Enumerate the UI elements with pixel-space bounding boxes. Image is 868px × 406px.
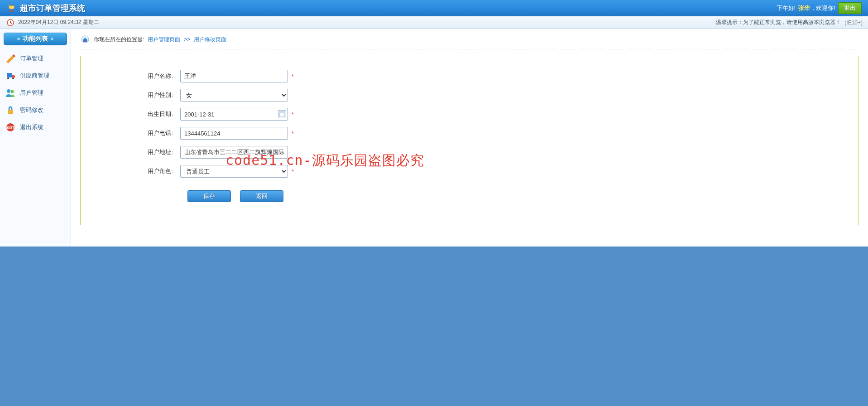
svg-point-3 (7, 77, 9, 79)
sidebar-item-label: 供应商管理 (20, 72, 49, 80)
svg-point-6 (11, 90, 14, 93)
svg-point-0 (9, 10, 11, 12)
breadcrumb: 你现在所在的位置是: 用户管理页面 >> 用户修改页面 (80, 33, 859, 49)
birthdate-input[interactable] (180, 108, 288, 121)
ie-note: (IE10+) (844, 19, 863, 26)
users-icon (5, 88, 15, 98)
label-username: 用户名称: (90, 72, 180, 80)
sidebar-item-orders[interactable]: 订单管理 (4, 50, 67, 67)
label-birth: 出生日期: (90, 110, 180, 118)
sidebar-item-label: 用户管理 (20, 89, 43, 97)
footer-area (0, 246, 868, 406)
datetime-text: 2022年04月12日 09:24:32 星期二 (18, 19, 99, 26)
svg-rect-13 (279, 112, 285, 113)
sidebar-item-label: 密码修改 (20, 106, 43, 114)
username-text: 张华 (798, 4, 810, 12)
label-phone: 用户电话: (90, 129, 180, 137)
phone-input[interactable] (180, 127, 288, 140)
home-icon (80, 34, 90, 44)
welcome-text: , 欢迎你! (813, 4, 835, 12)
svg-text:EXIT: EXIT (6, 126, 14, 130)
exit-icon: EXIT (5, 122, 15, 132)
sidebar-item-label: 退出系统 (20, 123, 43, 131)
calendar-icon[interactable] (278, 110, 286, 118)
clock-icon (5, 18, 15, 28)
breadcrumb-link-2[interactable]: 用户修改页面 (194, 36, 226, 44)
gender-select[interactable]: 女 (180, 89, 288, 102)
label-address: 用户地址: (90, 148, 180, 156)
order-icon (5, 53, 15, 63)
breadcrumb-link-1[interactable]: 用户管理页面 (148, 36, 180, 44)
username-input[interactable] (180, 70, 288, 82)
svg-rect-11 (85, 40, 86, 42)
logout-button[interactable]: 退出 (838, 2, 862, 14)
required-mark: * (292, 130, 294, 137)
greeting-text: 下午好! (777, 4, 796, 12)
svg-rect-7 (8, 110, 13, 114)
app-title: 超市订单管理系统 (20, 3, 85, 14)
sidebar-item-label: 订单管理 (20, 54, 43, 63)
sidebar-item-suppliers[interactable]: 供应商管理 (4, 67, 67, 84)
required-mark: * (292, 111, 294, 118)
label-role: 用户角色: (90, 167, 180, 175)
cart-icon (6, 3, 16, 13)
label-gender: 用户性别: (90, 91, 180, 99)
breadcrumb-prefix: 你现在所在的位置是: (94, 36, 144, 44)
svg-point-5 (7, 89, 10, 93)
svg-point-4 (12, 77, 14, 79)
role-select[interactable]: 普通员工 (180, 165, 288, 178)
required-mark: * (292, 168, 294, 175)
save-button[interactable]: 保存 (187, 190, 231, 202)
sidebar-item-exit[interactable]: EXIT 退出系统 (4, 119, 67, 136)
sidebar-item-password[interactable]: 密码修改 (4, 102, 67, 119)
sidebar-item-users[interactable]: 用户管理 (4, 84, 67, 102)
required-mark: * (292, 73, 294, 80)
back-button[interactable]: 返回 (240, 190, 283, 202)
sidebar-title: 功能列表 (4, 33, 67, 45)
breadcrumb-sep: >> (184, 36, 190, 43)
browser-tip: 温馨提示：为了能正常浏览，请使用高版本浏览器！ (716, 19, 841, 26)
address-input[interactable] (180, 146, 288, 159)
supplier-icon (5, 71, 15, 81)
svg-point-1 (13, 10, 14, 12)
lock-icon (5, 105, 15, 115)
